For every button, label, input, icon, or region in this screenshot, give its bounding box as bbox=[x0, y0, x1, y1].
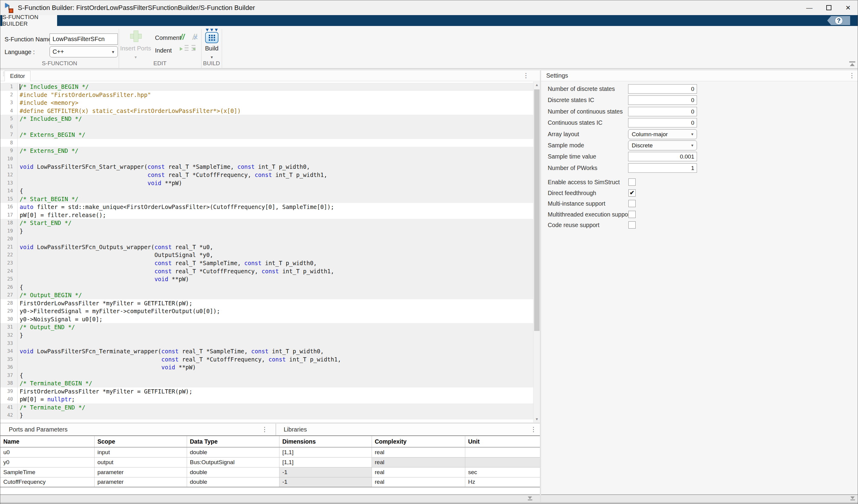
table-cell[interactable]: SampleTime bbox=[0, 467, 94, 477]
table-cell[interactable]: double bbox=[187, 477, 279, 487]
code-line[interactable]: 12 const real_T *CutoffFrequency, const … bbox=[0, 171, 533, 179]
code-line[interactable]: 4#define GETFILTER(x) static_cast<FirstO… bbox=[0, 107, 533, 115]
indent-right-button[interactable] bbox=[180, 44, 189, 53]
code-line[interactable]: 16auto filter = std::make_unique<FirstOr… bbox=[0, 203, 533, 211]
code-line[interactable]: 39FirstOrderLowPassFilter *myFilter = GE… bbox=[0, 387, 533, 395]
table-cell[interactable]: [1,1] bbox=[279, 457, 371, 467]
code-editor[interactable]: 1/* Includes_BEGIN */2#include "FirstOrd… bbox=[0, 82, 533, 422]
code-line[interactable]: 17pW[0] = filter.release(); bbox=[0, 211, 533, 219]
expand-panel-icon[interactable] bbox=[850, 497, 855, 501]
code-line[interactable]: 1/* Includes_BEGIN */ bbox=[0, 83, 533, 91]
tab-sfunction-builder[interactable]: S-FUNCTION BUILDER bbox=[2, 15, 57, 26]
code-line[interactable]: 40pW[0] = nullptr; bbox=[0, 395, 533, 404]
table-cell[interactable]: real bbox=[371, 477, 465, 487]
table-cell[interactable]: -1 bbox=[279, 477, 371, 487]
table-cell[interactable]: double bbox=[187, 447, 279, 457]
code-line[interactable]: 36 void **pW) bbox=[0, 363, 533, 371]
table-cell[interactable]: sec bbox=[465, 467, 540, 477]
editor-menu-kebab-icon[interactable]: ⋮ bbox=[522, 72, 530, 79]
settings-input[interactable]: 1 bbox=[628, 163, 697, 173]
code-line[interactable]: 19} bbox=[0, 227, 533, 235]
settings-checkbox[interactable]: ✔ bbox=[629, 189, 636, 197]
settings-checkbox[interactable] bbox=[629, 221, 636, 229]
code-line[interactable]: 8 bbox=[0, 139, 533, 147]
table-cell[interactable]: CutoffFrequency bbox=[0, 477, 94, 487]
table-cell[interactable]: real bbox=[371, 467, 465, 477]
code-line[interactable]: 21void LowPassFilterSFcn_Outputs_wrapper… bbox=[0, 243, 533, 251]
ports-menu-kebab-icon[interactable]: ⋮ bbox=[261, 426, 269, 433]
settings-input[interactable]: 0 bbox=[628, 95, 697, 105]
scroll-up-icon[interactable]: ▲ bbox=[534, 82, 540, 88]
code-line[interactable]: 25 void **pW) bbox=[0, 275, 533, 283]
scroll-down-icon[interactable]: ▼ bbox=[534, 416, 540, 422]
table-cell[interactable] bbox=[465, 447, 540, 457]
code-line[interactable]: 28FirstOrderLowPassFilter *myFilter = GE… bbox=[0, 299, 533, 307]
code-line[interactable]: 29y0->FilteredSignal = myFilter->compute… bbox=[0, 307, 533, 315]
table-cell[interactable]: -1 bbox=[279, 467, 371, 477]
settings-input[interactable]: 0 bbox=[628, 107, 697, 116]
uncomment-button[interactable]: //✕ bbox=[192, 33, 197, 42]
table-row[interactable]: y0outputBus:OutputSignal[1,1]real bbox=[0, 457, 540, 467]
scrollbar-thumb[interactable] bbox=[534, 90, 540, 331]
settings-dropdown[interactable]: Discrete▾ bbox=[628, 141, 697, 150]
close-button[interactable]: ✕ bbox=[838, 0, 858, 15]
table-row[interactable]: u0inputdouble[1,1]real bbox=[0, 447, 540, 457]
table-cell[interactable] bbox=[465, 457, 540, 467]
code-line[interactable]: 37{ bbox=[0, 371, 533, 379]
comment-button[interactable]: // bbox=[180, 33, 185, 42]
settings-dropdown[interactable]: Column-major▾ bbox=[628, 129, 697, 139]
editor-scrollbar[interactable]: ▲ ▼ bbox=[533, 82, 540, 422]
table-cell[interactable]: parameter bbox=[94, 467, 187, 477]
code-line[interactable]: 41/* Terminate_END */ bbox=[0, 404, 533, 411]
code-line[interactable]: 18/* Start_END */ bbox=[0, 219, 533, 227]
sfunction-name-input[interactable]: LowPassFilterSFcn bbox=[50, 33, 118, 45]
settings-checkbox[interactable] bbox=[629, 178, 636, 186]
table-cell[interactable]: y0 bbox=[0, 457, 94, 467]
insert-ports-button[interactable]: Insert Ports bbox=[117, 45, 154, 52]
build-button[interactable]: Build bbox=[200, 45, 224, 52]
libraries-menu-kebab-icon[interactable]: ⋮ bbox=[529, 426, 538, 433]
code-line[interactable]: 11void LowPassFilterSFcn_Start_wrapper(c… bbox=[0, 163, 533, 171]
build-dropdown-icon[interactable]: ▾ bbox=[200, 55, 224, 60]
code-line[interactable]: 33 bbox=[0, 339, 533, 347]
code-line[interactable]: 5/* Includes_END */ bbox=[0, 115, 533, 123]
code-line[interactable]: 42} bbox=[0, 411, 533, 420]
table-cell[interactable]: double bbox=[187, 467, 279, 477]
settings-checkbox[interactable] bbox=[629, 211, 636, 218]
code-line[interactable]: 23 const real_T *SampleTime, const int_T… bbox=[0, 259, 533, 267]
code-line[interactable]: 15/* Start_BEGIN */ bbox=[0, 195, 533, 203]
code-line[interactable]: 6 bbox=[0, 123, 533, 131]
code-line[interactable]: 9/* Externs_END */ bbox=[0, 147, 533, 155]
code-line[interactable]: 2#include "FirstOrderLowPassFilter.hpp" bbox=[0, 91, 533, 99]
table-cell[interactable]: output bbox=[94, 457, 187, 467]
code-line[interactable]: 20 bbox=[0, 235, 533, 243]
code-line[interactable]: 35 const real_T *CutoffFrequency, const … bbox=[0, 355, 533, 363]
table-cell[interactable]: real bbox=[371, 447, 465, 457]
libraries-title[interactable]: Libraries bbox=[284, 424, 307, 435]
settings-input[interactable]: 0 bbox=[628, 118, 697, 127]
language-dropdown[interactable]: C++ ▾ bbox=[50, 46, 118, 58]
code-line[interactable]: 26{ bbox=[0, 283, 533, 291]
collapse-ribbon-button[interactable] bbox=[849, 61, 856, 67]
settings-input[interactable]: 0.001 bbox=[628, 152, 697, 161]
expand-panel-icon[interactable] bbox=[527, 497, 533, 501]
maximize-button[interactable] bbox=[819, 0, 838, 15]
table-cell[interactable]: [1,1] bbox=[279, 447, 371, 457]
table-cell[interactable]: parameter bbox=[94, 477, 187, 487]
table-cell[interactable]: u0 bbox=[0, 447, 94, 457]
minimize-button[interactable]: — bbox=[800, 0, 819, 15]
table-cell[interactable]: Hz bbox=[465, 477, 540, 487]
insert-ports-dropdown-icon[interactable]: ▾ bbox=[117, 55, 154, 60]
code-line[interactable]: 14{ bbox=[0, 187, 533, 195]
code-line[interactable]: 24 const real_T *CutoffFrequency, const … bbox=[0, 267, 533, 275]
settings-input[interactable]: 0 bbox=[628, 84, 697, 94]
help-button[interactable]: ? bbox=[827, 16, 850, 25]
table-cell[interactable]: input bbox=[94, 447, 187, 457]
code-line[interactable]: 13 void **pW) bbox=[0, 179, 533, 187]
tab-editor[interactable]: Editor bbox=[4, 71, 31, 81]
table-cell[interactable]: real bbox=[371, 457, 465, 467]
settings-checkbox[interactable] bbox=[629, 200, 636, 207]
table-row[interactable]: CutoffFrequencyparameterdouble-1realHz bbox=[0, 477, 540, 487]
table-row[interactable]: SampleTimeparameterdouble-1realsec bbox=[0, 467, 540, 477]
settings-menu-kebab-icon[interactable]: ⋮ bbox=[848, 72, 856, 79]
